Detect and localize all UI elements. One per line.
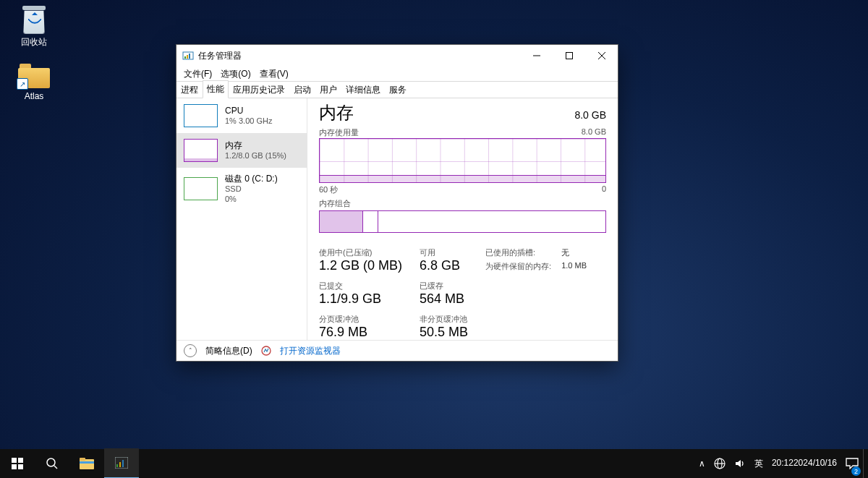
task-manager-window: 任务管理器 文件(F) 选项(O) 查看(V) 进程 性能 应用历史记录 启动 … bbox=[176, 44, 618, 362]
menu-bar: 文件(F) 选项(O) 查看(V) bbox=[176, 67, 618, 81]
stat-available-value: 6.8 GB bbox=[420, 258, 468, 273]
memory-panel: 内存 8.0 GB 内存使用量 8.0 GB 60 秒 0 内存组合 bbox=[307, 98, 618, 340]
stat-in-use-label: 使用中(已压缩) bbox=[319, 247, 402, 258]
tab-users[interactable]: 用户 bbox=[315, 81, 341, 98]
taskbar-file-explorer[interactable] bbox=[69, 449, 104, 478]
menu-view[interactable]: 查看(V) bbox=[255, 67, 293, 81]
desktop-icon-recycle-bin[interactable]: 回收站 bbox=[7, 3, 61, 48]
window-footer: ˄ 简略信息(D) 打开资源监视器 bbox=[176, 340, 618, 361]
stat-nonpaged-value: 50.5 MB bbox=[420, 325, 468, 340]
minimize-button[interactable] bbox=[520, 45, 553, 67]
desktop-icon-label: Atlas bbox=[7, 91, 61, 101]
svg-rect-3 bbox=[189, 54, 190, 59]
chevron-up-icon[interactable]: ˄ bbox=[184, 344, 197, 357]
stat-committed-value: 1.1/9.9 GB bbox=[319, 291, 402, 307]
svg-rect-19 bbox=[116, 464, 118, 467]
stat-paged-label: 分页缓冲池 bbox=[319, 314, 402, 325]
sidebar-item-sub: 1.2/8.0 GB (15%) bbox=[225, 151, 286, 161]
slots-label: 已使用的插槽: bbox=[485, 247, 551, 258]
reserved-label: 为硬件保留的内存: bbox=[485, 261, 551, 272]
sidebar-item-title: 内存 bbox=[225, 140, 286, 151]
search-button[interactable] bbox=[35, 449, 69, 478]
tab-performance[interactable]: 性能 bbox=[203, 80, 229, 98]
svg-rect-10 bbox=[18, 458, 23, 463]
taskbar-task-manager[interactable] bbox=[104, 448, 139, 478]
app-icon bbox=[182, 50, 194, 61]
tab-app-history[interactable]: 应用历史记录 bbox=[229, 81, 289, 98]
desktop-icon-atlas-folder[interactable]: ↗ Atlas bbox=[7, 58, 61, 101]
svg-rect-16 bbox=[80, 458, 85, 461]
titlebar[interactable]: 任务管理器 bbox=[176, 45, 618, 67]
memory-usage-chart[interactable] bbox=[319, 138, 606, 183]
tab-processes[interactable]: 进程 bbox=[176, 81, 203, 98]
tab-bar: 进程 性能 应用历史记录 启动 用户 详细信息 服务 bbox=[176, 81, 618, 98]
memory-composition-bar[interactable] bbox=[319, 210, 606, 233]
recycle-bin-icon bbox=[18, 3, 50, 35]
desktop-icon-label: 回收站 bbox=[7, 36, 61, 48]
svg-rect-9 bbox=[12, 458, 17, 463]
close-button[interactable] bbox=[585, 45, 618, 67]
svg-rect-20 bbox=[119, 462, 121, 467]
svg-point-13 bbox=[47, 458, 55, 466]
memory-mini-chart-icon bbox=[184, 139, 218, 162]
memory-heading: 内存 bbox=[319, 101, 354, 124]
start-button[interactable] bbox=[0, 449, 35, 478]
svg-rect-11 bbox=[12, 464, 17, 469]
taskbar: ∧ 英 20:12 2024/10/16 2 bbox=[0, 449, 868, 478]
stat-available-label: 可用 bbox=[420, 247, 468, 258]
svg-line-14 bbox=[54, 466, 57, 469]
stat-cached-value: 564 MB bbox=[420, 291, 468, 307]
performance-sidebar: CPU 1% 3.00 GHz 内存 1.2/8.0 GB (15%) 磁盘 0… bbox=[176, 98, 307, 340]
sidebar-item-memory[interactable]: 内存 1.2/8.0 GB (15%) bbox=[176, 133, 307, 168]
axis-left: 60 秒 bbox=[319, 184, 338, 195]
fewer-details-link[interactable]: 简略信息(D) bbox=[205, 345, 252, 357]
svg-rect-12 bbox=[18, 464, 23, 469]
stat-paged-value: 76.9 MB bbox=[319, 325, 402, 340]
tray-ime-indicator[interactable]: 英 bbox=[750, 449, 767, 478]
svg-rect-15 bbox=[80, 459, 94, 469]
cpu-mini-chart-icon bbox=[184, 104, 218, 127]
sidebar-item-sub2: 0% bbox=[225, 195, 278, 205]
chart-max: 8.0 GB bbox=[582, 127, 606, 138]
tray-action-center[interactable]: 2 bbox=[841, 449, 863, 478]
stat-committed-label: 已提交 bbox=[319, 281, 402, 291]
svg-rect-2 bbox=[187, 55, 188, 59]
memory-stats: 使用中(已压缩) 1.2 GB (0 MB) 已提交 1.1/9.9 GB 分页… bbox=[319, 247, 606, 340]
stat-in-use-value: 1.2 GB (0 MB) bbox=[319, 258, 402, 273]
memory-total: 8.0 GB bbox=[574, 109, 606, 121]
sidebar-item-title: CPU bbox=[225, 106, 272, 116]
resource-monitor-icon bbox=[261, 346, 271, 356]
stat-cached-label: 已缓存 bbox=[420, 281, 468, 291]
tray-volume-icon[interactable] bbox=[730, 449, 750, 478]
sidebar-item-sub: 1% 3.00 GHz bbox=[225, 116, 272, 127]
sidebar-item-sub: SSD bbox=[225, 184, 278, 195]
slots-value: 无 bbox=[561, 247, 587, 258]
maximize-button[interactable] bbox=[553, 45, 585, 67]
tray-chevron-up-icon[interactable]: ∧ bbox=[694, 449, 710, 478]
window-title: 任务管理器 bbox=[198, 50, 242, 62]
stat-nonpaged-label: 非分页缓冲池 bbox=[420, 314, 468, 325]
svg-rect-1 bbox=[184, 56, 186, 59]
show-desktop-button[interactable] bbox=[863, 449, 868, 478]
system-tray: ∧ 英 20:12 2024/10/16 2 bbox=[694, 449, 868, 478]
reserved-value: 1.0 MB bbox=[561, 261, 587, 272]
sidebar-item-cpu[interactable]: CPU 1% 3.00 GHz bbox=[176, 98, 307, 133]
menu-options[interactable]: 选项(O) bbox=[216, 67, 255, 81]
chart-label: 内存使用量 bbox=[319, 127, 359, 138]
disk-mini-chart-icon bbox=[184, 177, 218, 200]
sidebar-item-disk[interactable]: 磁盘 0 (C: D:) SSD 0% bbox=[176, 168, 307, 210]
tray-network-icon[interactable] bbox=[710, 449, 730, 478]
tab-services[interactable]: 服务 bbox=[385, 81, 411, 98]
tab-startup[interactable]: 启动 bbox=[289, 81, 315, 98]
open-resource-monitor-link[interactable]: 打开资源监视器 bbox=[280, 345, 341, 357]
folder-icon: ↗ bbox=[18, 58, 50, 90]
sidebar-item-title: 磁盘 0 (C: D:) bbox=[225, 174, 278, 184]
tray-clock[interactable]: 20:12 2024/10/16 bbox=[767, 449, 841, 478]
clock-time: 20:12 bbox=[772, 458, 793, 469]
svg-rect-21 bbox=[122, 460, 124, 467]
menu-file[interactable]: 文件(F) bbox=[179, 67, 216, 81]
tab-details[interactable]: 详细信息 bbox=[341, 81, 385, 98]
svg-rect-5 bbox=[566, 53, 572, 59]
svg-rect-17 bbox=[80, 461, 94, 464]
composition-label: 内存组合 bbox=[319, 198, 351, 209]
